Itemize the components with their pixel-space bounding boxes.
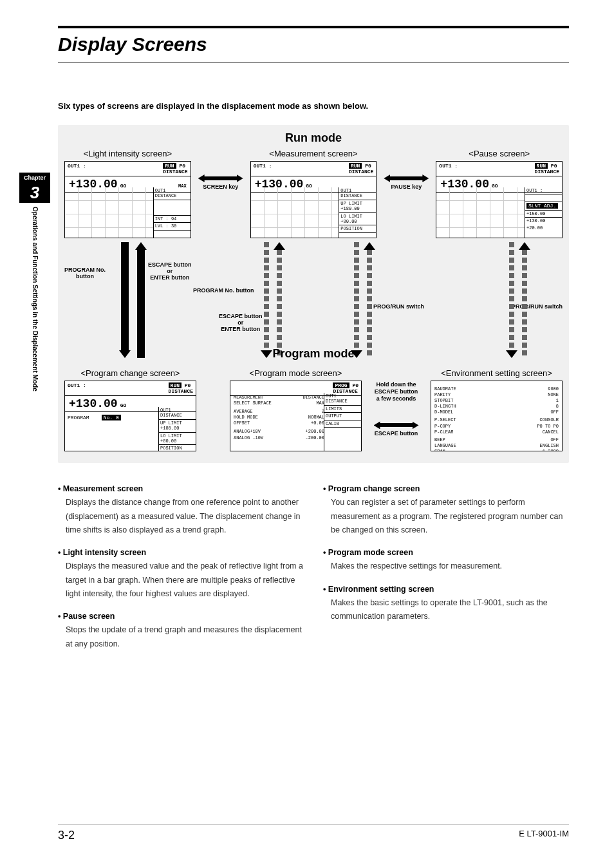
measurement-block: <Measurement screen> OUT1 : RUN P0DISTAN…	[250, 149, 377, 238]
lcd-value: +130.00	[69, 397, 118, 410]
lcd-distance: DISTANCE	[163, 169, 187, 175]
escape-connector: Hold down the ESCAPE button a few second…	[366, 368, 427, 437]
hold-escape-label: Hold down the ESCAPE button a few second…	[375, 381, 418, 402]
pm-output: OUTPUT	[324, 413, 361, 420]
pm-m200: -200.00	[306, 435, 324, 441]
light-intensity-lcd: OUT1 : RUN P0DISTANCE +130.00 GO MAX OUT…	[64, 161, 191, 238]
env-setting-block: <Environment setting screen> BAUDRATE960…	[431, 368, 563, 451]
env-pcopy: P-COPY	[434, 424, 451, 429]
env-span: SPAN	[434, 449, 445, 451]
prog-run-switch-1: PROG/RUN switch	[373, 303, 424, 310]
lcd-out1-dist: OUT1 DISTANCE	[154, 187, 191, 200]
env-pselect: P-SELECT	[434, 417, 456, 423]
lcd-out1-dist: OUT1 DISTANCE	[159, 407, 196, 420]
desc-env-title: • Environment setting screen	[323, 583, 569, 596]
arrow-up-dashed	[274, 242, 285, 358]
program-change-block: <Program change screen> OUT1 : RUN P0DIS…	[64, 368, 196, 451]
lcd-graph	[436, 187, 525, 238]
pm-select-surface: SELECT SURFACE	[234, 401, 272, 406]
env-consolr: CONSOLR	[540, 417, 559, 423]
page-number: 3-2	[58, 829, 75, 842]
program-change-lcd: OUT1 : RUN P0DISTANCE +130.00 GO OUT1 DI…	[64, 381, 196, 451]
chapter-label: Chapter	[19, 173, 50, 183]
desc-pmode-title: • Program mode screen	[323, 546, 569, 560]
pm-measurement: MEASUREMENT	[234, 395, 263, 401]
desc-pause-body: Stops the update of a trend graph and me…	[58, 623, 304, 651]
program-no-button2-label: PROGRAM No. button	[193, 287, 254, 294]
lcd-lvl: LVL : 30	[154, 223, 191, 230]
pause-block: <Pause screen> OUT1 : RUN P0DISTANCE +13…	[436, 149, 563, 238]
pm-offset: OFFSET	[234, 420, 250, 426]
spacer	[200, 368, 226, 394]
env-beep: BEEP	[434, 437, 445, 443]
diagram: Run mode <Light intensity screen> OUT1 :…	[58, 125, 569, 463]
pm-average: AVERAGE	[234, 409, 252, 415]
pm-analog-m: ANALOG -10V	[234, 435, 263, 441]
lcd-run-badge: RUN	[169, 382, 181, 388]
top-rule	[58, 26, 569, 28]
lcd-position: POSITION	[339, 225, 376, 232]
pm-limits: LIMITS	[324, 406, 361, 413]
measurement-label: <Measurement screen>	[250, 149, 377, 158]
arrow-up-solid	[135, 242, 147, 358]
lcd-no0: No. 0	[102, 415, 121, 420]
pm-p200: +200.00	[306, 429, 324, 435]
sub-rule	[58, 62, 569, 62]
run-mode-row: <Light intensity screen> OUT1 : RUN P0DI…	[64, 149, 563, 238]
env-cancel: CANCEL	[543, 429, 559, 435]
desc-col-right: • Program change screen You can register…	[323, 482, 569, 660]
chapter-vertical-title: Operations and Function Settings in the …	[32, 207, 39, 392]
env-off2: OFF	[550, 437, 559, 443]
lcd-graph	[251, 187, 339, 238]
lcd-distance: DISTANCE	[349, 169, 373, 175]
env-8: 8	[556, 404, 559, 410]
env-dmodel: D-MODEL	[434, 410, 453, 415]
desc-light-title: • Light intensity screen	[58, 546, 304, 560]
lcd-graph	[65, 187, 153, 238]
pm-hold-mode: HOLD MODE	[234, 415, 258, 420]
lcd-lolimit: LO LIMIT +80.00	[339, 213, 376, 226]
lcd-out1-dist: OUT1 DISTANCE	[339, 187, 376, 200]
screen-key-connector: SCREEN key	[195, 149, 247, 191]
arrow-up-dashed	[519, 242, 530, 358]
lcd-lolimit: LO LIMIT +80.00	[159, 433, 196, 446]
pm-zero: +0.00	[311, 420, 324, 426]
pm-calib: CALIB	[324, 420, 361, 428]
flow-area: PROGRAM No. button ESCAPE button or ENTE…	[64, 242, 563, 364]
escape-button-label: ESCAPE button	[375, 430, 418, 437]
lcd-p0: P0	[365, 163, 371, 169]
lcd-out1-dist: OUT1 DISTANCE	[324, 393, 361, 406]
chapter-number: 3	[19, 183, 50, 203]
lcd-uplimit: UP LIMIT +180.00	[339, 200, 376, 213]
pm-analog-p: ANALOG+10V	[234, 429, 261, 435]
env-pclear: P-CLEAR	[434, 429, 453, 435]
arrow-down-dashed	[351, 242, 362, 358]
lcd-run-badge: RUN	[349, 163, 362, 169]
desc-pchange-body: You can register a set of parameter sett…	[323, 496, 569, 537]
lcd-130: +130.00	[525, 218, 562, 224]
env-parity: PARITY	[434, 392, 451, 398]
arrow-up-dashed	[364, 242, 375, 358]
env-setting-label: <Environment setting screen>	[431, 368, 563, 378]
intro-text: Six types of screens are displayed in th…	[58, 101, 569, 111]
lcd-out1: OUT1 :	[254, 163, 272, 175]
env-dlength: D-LENGTH	[434, 404, 456, 410]
lcd-p0: P0	[185, 382, 191, 388]
pause-lcd: OUT1 : RUN P0DISTANCE +130.00 GO OUT1 : …	[436, 161, 563, 238]
pause-key-label: PAUSE key	[391, 184, 422, 191]
lcd-p0: P0	[551, 163, 557, 169]
double-arrow-icon	[384, 175, 429, 182]
run-mode-heading: Run mode	[64, 131, 563, 145]
lcd-out1: OUT1 :	[439, 163, 458, 175]
lcd-p0: P0	[352, 382, 358, 388]
env-12000: 1.2000	[543, 449, 559, 451]
arrow-down-dashed	[261, 242, 272, 358]
lcd-distance: DISTANCE	[535, 169, 559, 175]
program-mode-label: <Program mode screen>	[230, 368, 362, 378]
escape-enter-label-2: ESCAPE button or ENTER button	[219, 313, 263, 332]
pm-normal: NORMAL	[308, 415, 324, 420]
light-intensity-block: <Light intensity screen> OUT1 : RUN P0DI…	[64, 149, 191, 238]
desc-pmode-body: Makes the respective settings for measur…	[323, 560, 569, 573]
program-mode-heading: Program mode	[64, 347, 563, 361]
lcd-int: INT : 94	[154, 216, 191, 223]
